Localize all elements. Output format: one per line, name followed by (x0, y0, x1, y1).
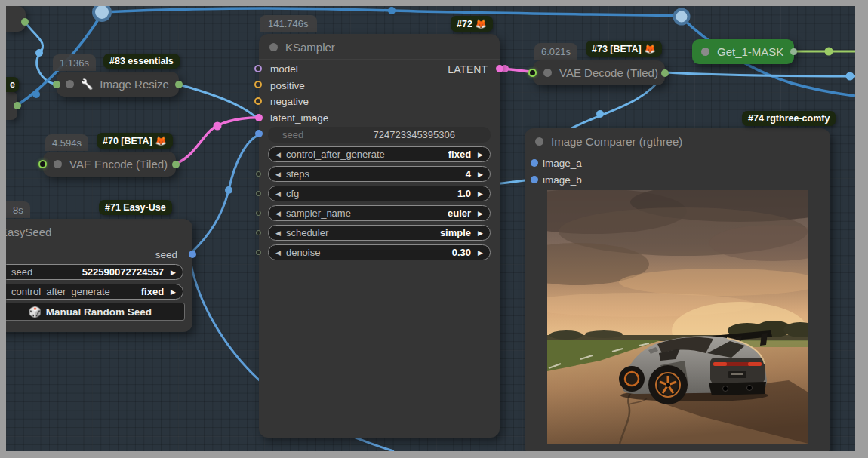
node-title: VAE Decode (Tiled) (559, 66, 658, 79)
control-after-generate-widget[interactable]: ◀ control_after_generate fixed ▶ (268, 146, 491, 162)
node-image-comparer[interactable]: Image Comparer (rgthree) image_a image_b (525, 128, 830, 451)
input-label: image_b (543, 174, 582, 186)
screenshot-frame: e 1.136s #83 essentials 🔧 Image Resize 4… (0, 0, 868, 458)
negative-input-socket[interactable] (254, 97, 262, 105)
image-a-input-socket[interactable] (531, 159, 538, 167)
image-b-input-socket[interactable] (531, 176, 538, 183)
node-title: Image Comparer (rgthree) (551, 135, 682, 148)
collapse-dot[interactable] (543, 69, 552, 77)
dice-icon: 🎲 (29, 306, 42, 318)
link-easyseed-to-ksampler-seed (189, 134, 263, 254)
node-id-badge: #83 essentials (103, 54, 180, 69)
comparison-image-preview[interactable] (547, 190, 808, 444)
widget-value: 724723345395306 (374, 129, 455, 140)
scheduler-widget[interactable]: ◀ scheduler simple ▶ (268, 225, 491, 241)
increment-arrow-icon[interactable]: ▶ (171, 269, 176, 276)
next-arrow-icon[interactable]: ▶ (478, 249, 483, 257)
node-id-badge: #74 rgthree-comfy (742, 111, 836, 126)
node-title: VAE Encode (Tiled) (69, 158, 168, 171)
denoise-widget[interactable]: ◀ denoise 0.30 ▶ (268, 244, 491, 260)
input-label: latent_image (270, 112, 328, 124)
manual-random-seed-button[interactable]: 🎲 Manual Random Seed (6, 303, 185, 321)
input-label: image_a (543, 158, 582, 169)
denoise-input-socket[interactable] (256, 250, 261, 255)
clipped-node-left[interactable] (6, 91, 17, 120)
prev-arrow-icon[interactable]: ◀ (275, 210, 281, 217)
prev-arrow-icon[interactable]: ◀ (275, 151, 281, 158)
widget-label: seed (282, 129, 374, 140)
execution-time-badge: 141.746s (260, 15, 317, 32)
link-dot (846, 72, 854, 81)
prev-arrow-icon[interactable]: ◀ (275, 229, 281, 237)
output-socket[interactable] (661, 69, 669, 77)
cfg-widget[interactable]: ◀ cfg 1.0 ▶ (268, 186, 491, 201)
seed-output-socket[interactable] (189, 251, 196, 258)
widget-label: control_after_generate (11, 286, 141, 297)
link-dot (214, 122, 222, 131)
node-vae-encode-tiled[interactable]: VAE Encode (Tiled) (43, 152, 176, 177)
control-after-generate-widget[interactable]: control_after_generate fixed ▶ (6, 284, 183, 300)
reroute-node[interactable] (675, 10, 689, 24)
input-socket-highlighted[interactable] (528, 69, 537, 77)
execution-time-badge: 8s (6, 201, 30, 218)
prev-arrow-icon[interactable]: ◀ (275, 190, 281, 198)
node-title: Get_1-MASK (717, 45, 783, 58)
positive-input-socket[interactable] (254, 81, 262, 88)
collapse-dot[interactable] (269, 43, 278, 51)
next-arrow-icon[interactable]: ▶ (478, 171, 483, 178)
input-label: positive (270, 80, 305, 91)
latent-output-socket[interactable] (496, 65, 503, 72)
execution-time-badge: 1.136s (53, 54, 96, 71)
next-arrow-icon[interactable]: ▶ (478, 229, 483, 237)
input-socket-highlighted[interactable] (38, 160, 47, 168)
input-label: model (270, 63, 298, 75)
mask-output-socket[interactable] (790, 48, 797, 55)
sampler-input-socket[interactable] (256, 211, 261, 216)
clipped-node-badge: e (6, 77, 19, 92)
node-ksampler[interactable]: KSampler model positive negative latent_… (259, 34, 500, 438)
collapse-dot[interactable] (54, 160, 62, 168)
cfg-input-socket[interactable] (256, 191, 261, 196)
collapse-dot[interactable] (535, 137, 543, 146)
next-arrow-icon[interactable]: ▶ (478, 151, 483, 158)
link-dot (596, 110, 604, 118)
steps-widget[interactable]: ◀ steps 4 ▶ (268, 166, 491, 182)
collapse-dot[interactable] (701, 48, 709, 56)
output-socket[interactable] (21, 18, 29, 26)
latent-image-input-socket[interactable] (255, 114, 263, 121)
execution-time-badge: 6.021s (534, 43, 577, 60)
input-label: negative (270, 96, 309, 107)
node-easyseed[interactable]: EasySeed seed seed 522590072724557 ▶ con… (6, 219, 192, 332)
model-input-socket[interactable] (254, 65, 262, 72)
node-id-badge: #72 🦊 (451, 16, 493, 32)
prev-arrow-icon[interactable]: ◀ (275, 171, 281, 178)
node-title: EasySeed (6, 226, 51, 238)
prev-arrow-icon[interactable]: ◀ (275, 249, 281, 257)
node-image-resize[interactable]: 🔧 Image Resize (57, 72, 179, 97)
clipped-node-top-left[interactable] (6, 6, 26, 32)
node-get-1-mask[interactable]: Get_1-MASK (692, 39, 794, 64)
next-arrow-icon[interactable]: ▶ (478, 190, 483, 198)
seed-input-socket[interactable] (255, 130, 263, 137)
sampler-name-widget[interactable]: ◀ sampler_name euler ▶ (268, 205, 491, 221)
execution-time-badge: 4.594s (45, 134, 88, 151)
output-socket[interactable] (172, 161, 180, 168)
node-graph-canvas[interactable]: e 1.136s #83 essentials 🔧 Image Resize 4… (6, 6, 855, 451)
collapse-dot[interactable] (66, 80, 74, 88)
output-socket[interactable] (14, 102, 21, 109)
seed-widget[interactable]: seed 522590072724557 ▶ (6, 264, 183, 280)
node-id-badge: #71 Easy-Use (99, 200, 172, 215)
seed-widget[interactable]: seed 724723345395306 (268, 127, 491, 143)
scheduler-input-socket[interactable] (256, 230, 261, 235)
steps-input-socket[interactable] (256, 171, 261, 177)
output-label: seed (155, 249, 177, 260)
reroute-node[interactable] (94, 6, 110, 20)
node-vae-decode-tiled[interactable]: VAE Decode (Tiled) (533, 60, 665, 85)
next-arrow-icon[interactable]: ▶ (171, 288, 176, 296)
link-dot (32, 91, 40, 98)
node-title: Image Resize (100, 78, 169, 91)
output-socket[interactable] (175, 81, 183, 88)
wrench-icon: 🔧 (81, 78, 93, 90)
input-socket[interactable] (53, 81, 60, 88)
next-arrow-icon[interactable]: ▶ (478, 210, 483, 217)
